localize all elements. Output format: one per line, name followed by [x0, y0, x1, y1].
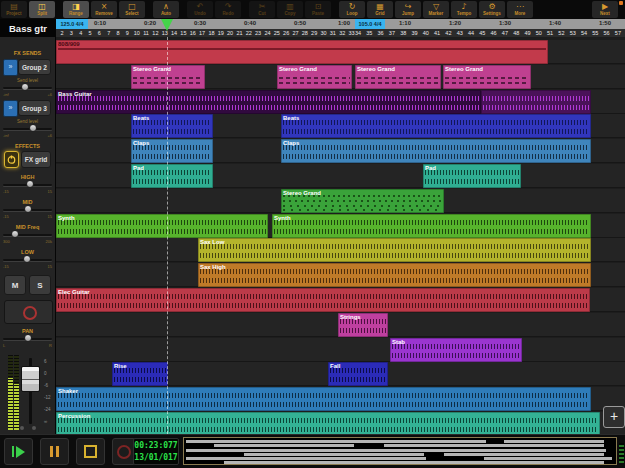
playhead-marker[interactable] [161, 19, 173, 31]
slider-knob[interactable] [11, 230, 19, 238]
toolbar-button-grid[interactable]: ▦Grid [367, 1, 393, 18]
stop-button[interactable] [76, 438, 105, 465]
clip-synth[interactable]: Synth [272, 214, 591, 238]
clip-stab[interactable]: Stab [390, 338, 522, 362]
slider-knob[interactable] [24, 205, 32, 213]
toolbar-button-range[interactable]: ◨Range [63, 1, 89, 18]
selected-track-name[interactable]: Bass gtr [0, 19, 56, 37]
clip-rise-fall[interactable]: Rise [112, 362, 168, 386]
play-button[interactable] [4, 438, 33, 465]
track-lane-stereo-grand-pink[interactable]: Stereo GrandStereo GrandStereo GrandSter… [56, 65, 625, 89]
toolbar-button-next[interactable]: ▶Next [592, 1, 618, 18]
fx-grid-button[interactable]: FX grid [21, 151, 51, 168]
page-dot[interactable] [32, 426, 36, 430]
toolbar-button-cut[interactable]: ✂Cut [249, 1, 275, 18]
toolbar-button-redo[interactable]: ↷Redo [215, 1, 241, 18]
clip-sax-low[interactable]: Sax Low [198, 238, 591, 262]
clip-bass-guitar[interactable] [481, 90, 591, 114]
slider-knob[interactable] [26, 180, 34, 188]
clip-808-909[interactable]: 808/909 [56, 40, 548, 64]
track-lane-strings[interactable]: Strings [56, 313, 625, 337]
tempo-marker[interactable]: 105.0 4/4 [355, 19, 385, 29]
arrangement-area[interactable]: 808/909Stereo GrandStereo GrandStereo Gr… [56, 37, 625, 434]
toolbar-button-project[interactable]: ▤Project [1, 1, 27, 18]
clip-stereo-grand-pink[interactable]: Stereo Grand [443, 65, 531, 89]
toolbar-button-paste[interactable]: ⊡Paste [305, 1, 331, 18]
clip-shaker[interactable]: Shaker [56, 387, 591, 411]
track-lane-claps[interactable]: ClapsClaps [56, 139, 625, 163]
clip-pad[interactable]: Pad [423, 164, 521, 188]
track-lane-stab[interactable]: Stab [56, 338, 625, 362]
toolbar-button-marker[interactable]: ▽Marker [423, 1, 449, 18]
bar-number-row[interactable]: 2345678910111213141516171819202122232425… [56, 29, 625, 37]
slider-knob[interactable] [23, 255, 31, 263]
send1-level-slider[interactable] [3, 84, 52, 91]
clip-elec-guitar[interactable]: Elec Guitar [56, 288, 590, 312]
clip-stereo-grand-pink[interactable]: Stereo Grand [277, 65, 352, 89]
time-ruler[interactable]: 0:100:200:300:400:501:001:101:201:301:40… [56, 19, 625, 29]
send-group2-button[interactable]: Group 2 [18, 59, 51, 75]
track-lane-shaker[interactable]: Shaker [56, 387, 625, 411]
pause-button[interactable] [40, 438, 69, 465]
toolbar-button-auto[interactable]: ∧Auto [153, 1, 179, 18]
send-group3-button[interactable]: Group 3 [18, 100, 51, 116]
clip-stereo-grand-green[interactable]: Stereo Grand [281, 189, 444, 213]
clip-pad[interactable]: Pad [131, 164, 213, 188]
arm-record-button[interactable] [4, 300, 53, 324]
tempo-marker[interactable]: 125.0 4/4 [56, 19, 88, 29]
clip-claps[interactable]: Claps [281, 139, 591, 163]
toolbar-button-select[interactable]: □Select [119, 1, 145, 18]
clip-strings[interactable]: Strings [338, 313, 388, 337]
eq-slider-mid-freq[interactable] [3, 231, 52, 238]
toolbar-button-more[interactable]: ⋯More [507, 1, 533, 18]
track-lane-bass-guitar[interactable]: Bass Guitar [56, 90, 625, 114]
clip-rise-fall[interactable]: Fall [328, 362, 388, 386]
clip-stereo-grand-pink[interactable]: Stereo Grand [131, 65, 205, 89]
pan-slider[interactable] [3, 335, 52, 342]
clip-claps[interactable]: Claps [131, 139, 213, 163]
slider-knob[interactable] [24, 334, 32, 342]
track-lane-elec-guitar[interactable]: Elec Guitar [56, 288, 625, 312]
track-lane-rise-fall[interactable]: RiseFall [56, 362, 625, 386]
toolbar-button-settings[interactable]: ⚙Settings [479, 1, 505, 18]
eq-slider-high[interactable] [3, 181, 52, 188]
page-dot[interactable] [20, 426, 24, 430]
track-lane-stereo-grand-green[interactable]: Stereo Grand [56, 189, 625, 213]
solo-button[interactable]: S [29, 275, 51, 295]
volume-fader[interactable] [21, 366, 40, 392]
eq-slider-low[interactable] [3, 256, 52, 263]
clip-beats[interactable]: Beats [281, 114, 591, 138]
toolbar-button-label: Loop [347, 11, 358, 16]
clip-synth[interactable]: Synth [56, 214, 268, 238]
track-lane-sax-high[interactable]: Sax High [56, 263, 625, 287]
toolbar-button-loop[interactable]: ↻Loop [339, 1, 365, 18]
eq-slider-mid[interactable] [3, 206, 52, 213]
toolbar-button-split[interactable]: ◫Split [29, 1, 55, 18]
track-lane-808-909[interactable]: 808/909 [56, 40, 625, 64]
clip-bass-guitar[interactable]: Bass Guitar [56, 90, 481, 114]
fx-power-button[interactable] [4, 151, 19, 168]
toolbar-button-tempo[interactable]: ♪Tempo [451, 1, 477, 18]
toolbar-button-jump[interactable]: ↪Jump [395, 1, 421, 18]
clip-stereo-grand-pink[interactable]: Stereo Grand [355, 65, 441, 89]
toolbar-button-undo[interactable]: ↶Undo [187, 1, 213, 18]
toolbar-button-remove[interactable]: ×Remove [91, 1, 117, 18]
track-lane-beats[interactable]: BeatsBeats [56, 114, 625, 138]
add-track-button[interactable]: + [603, 406, 625, 428]
track-lane-synth[interactable]: SynthSynth [56, 214, 625, 238]
send-routing-icon[interactable]: » [3, 59, 18, 76]
arrangement-overview[interactable] [183, 437, 617, 465]
toolbar-button-copy[interactable]: ▥Copy [277, 1, 303, 18]
mute-button[interactable]: M [4, 275, 26, 295]
clip-sax-high[interactable]: Sax High [198, 263, 591, 287]
track-lane-percussion[interactable]: Percussion [56, 412, 625, 434]
clip-percussion[interactable]: Percussion [56, 412, 600, 434]
track-lane-sax-low[interactable]: Sax Low [56, 238, 625, 262]
clip-beats[interactable]: Beats [131, 114, 213, 138]
slider-knob[interactable] [21, 83, 29, 91]
slider-knob[interactable] [29, 124, 37, 132]
send-routing-icon[interactable]: » [3, 100, 18, 117]
track-lane-pad[interactable]: PadPad [56, 164, 625, 188]
send2-level-slider[interactable] [3, 125, 52, 132]
midi-notes [357, 82, 439, 84]
